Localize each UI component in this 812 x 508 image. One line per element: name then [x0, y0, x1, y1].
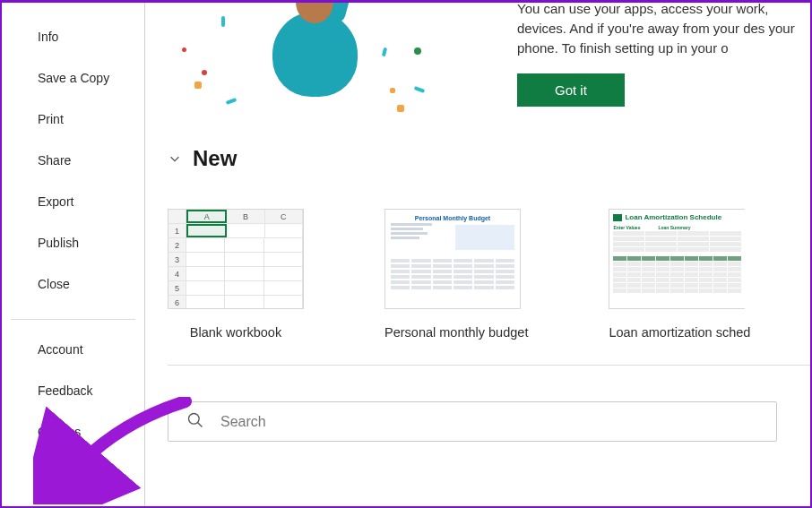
new-section-header[interactable]: New	[168, 146, 810, 171]
main-content: You can use your apps, access your work,…	[145, 3, 810, 506]
backstage-sidebar: Info Save a Copy Print Share Export Publ…	[2, 3, 145, 506]
sidebar-item-export[interactable]: Export	[2, 181, 144, 222]
template-thumb: ABC 1 2 3 4 5 6 7	[168, 209, 304, 309]
sidebar-item-info[interactable]: Info	[2, 16, 144, 57]
template-thumb: Personal Monthly Budget	[384, 209, 521, 309]
sidebar-item-account[interactable]: Account	[2, 329, 144, 370]
section-divider	[168, 365, 810, 366]
new-section-title: New	[193, 146, 237, 171]
sidebar-item-close[interactable]: Close	[2, 263, 144, 305]
person-celebrating-icon	[262, 3, 378, 97]
promo-text: You can use your apps, access your work,…	[517, 3, 810, 57]
sidebar-item-options[interactable]: Options	[2, 411, 144, 452]
sidebar-item-publish[interactable]: Publish	[2, 222, 144, 263]
template-loan-amortization[interactable]: Loan Amortization Schedule Enter ValuesL…	[609, 209, 750, 340]
sidebar-item-feedback[interactable]: Feedback	[2, 370, 144, 411]
search-box[interactable]	[168, 401, 777, 442]
promo-illustration	[168, 3, 481, 110]
bank-icon	[613, 214, 622, 221]
search-input[interactable]	[220, 414, 765, 430]
sidebar-divider	[11, 319, 135, 320]
template-label: Blank workbook	[168, 325, 304, 340]
promo-banner: You can use your apps, access your work,…	[168, 3, 810, 110]
svg-line-1	[198, 422, 203, 426]
template-gallery: ABC 1 2 3 4 5 6 7 Blank workbook Persona…	[168, 209, 810, 340]
sidebar-item-save-a-copy[interactable]: Save a Copy	[2, 57, 144, 99]
template-label: Personal monthly budget	[384, 325, 528, 340]
sidebar-item-print[interactable]: Print	[2, 99, 144, 140]
template-personal-monthly-budget[interactable]: Personal Monthly Budget	[384, 209, 528, 340]
got-it-button[interactable]: Got it	[517, 73, 625, 107]
sidebar-item-share[interactable]: Share	[2, 140, 144, 181]
chevron-down-icon	[168, 151, 182, 166]
svg-point-0	[189, 413, 200, 424]
template-blank-workbook[interactable]: ABC 1 2 3 4 5 6 7 Blank workbook	[168, 209, 304, 340]
template-thumb: Loan Amortization Schedule Enter ValuesL…	[609, 209, 745, 309]
template-label: Loan amortization sched	[609, 325, 750, 340]
search-icon	[186, 411, 204, 433]
